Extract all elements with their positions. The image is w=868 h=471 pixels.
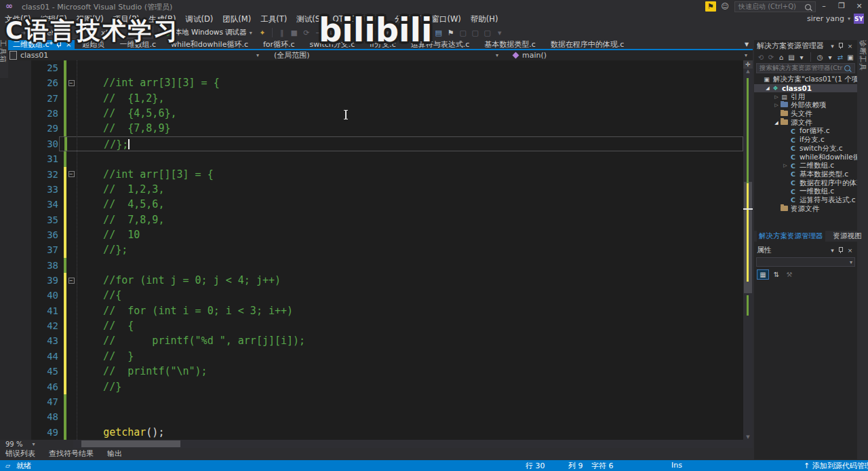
restore-button[interactable]: ❐ bbox=[834, 0, 849, 12]
panel-tab[interactable]: 输出 bbox=[107, 449, 122, 459]
code-line[interactable]: 45 // printf("\n"); bbox=[0, 364, 743, 379]
collapse-icon[interactable]: − bbox=[68, 171, 75, 177]
tree-item[interactable]: ◢❖class01 bbox=[754, 84, 857, 93]
tree-item[interactable]: ◢源文件 bbox=[754, 118, 857, 127]
code-line[interactable]: 35 // 7,8,9, bbox=[0, 212, 743, 227]
status-line[interactable]: 行 30 bbox=[526, 461, 545, 471]
bookmark-icon[interactable]: ⚑ bbox=[445, 29, 457, 37]
panel-tab[interactable]: 错误列表 bbox=[5, 449, 35, 459]
code-line[interactable]: 41 // for (int i = 0; i < 3; i++) bbox=[0, 303, 743, 318]
show-all-files-icon[interactable]: ▤ bbox=[787, 54, 796, 61]
scope-dropdown[interactable]: (全局范围) ▾ bbox=[264, 50, 504, 60]
code-editor[interactable]: 2526− //int arr[3][3] = {27 // {1,2},28 … bbox=[0, 60, 753, 440]
categorized-icon[interactable]: ▦ bbox=[757, 269, 769, 280]
account-area[interactable]: sirer yang ▾ SY bbox=[807, 14, 864, 24]
files-dropdown-icon[interactable]: ▾ bbox=[797, 54, 806, 61]
code-line[interactable]: 37 //}; bbox=[0, 242, 743, 257]
minimize-button[interactable]: – bbox=[816, 0, 831, 12]
stop-debug-icon[interactable]: ■ bbox=[288, 29, 300, 37]
code-line[interactable]: 29 // {7,8,9} bbox=[0, 121, 743, 136]
status-character[interactable]: 字符 6 bbox=[591, 461, 614, 471]
explorer-forward-icon[interactable]: ⟳ bbox=[766, 54, 776, 61]
menu-item[interactable]: 团队(M) bbox=[218, 14, 256, 24]
menu-item[interactable]: 窗口(W) bbox=[427, 14, 465, 24]
property-pages-icon[interactable]: ⚒ bbox=[784, 270, 795, 279]
code-line[interactable]: 31 bbox=[0, 151, 743, 166]
status-insert-mode[interactable]: Ins bbox=[671, 461, 682, 470]
explorer-back-icon[interactable]: ⟲ bbox=[756, 54, 766, 61]
user-name[interactable]: sirer yang bbox=[807, 14, 844, 23]
code-line[interactable]: 49 getchar(); bbox=[0, 425, 743, 440]
tree-item[interactable]: 资源文件 bbox=[754, 204, 857, 213]
diagnostics-side-tab[interactable]: 诊断工具 bbox=[859, 39, 868, 82]
properties-object-combo[interactable]: ▾ bbox=[756, 257, 855, 267]
split-window-handle[interactable]: ✛ bbox=[743, 60, 753, 69]
vertical-scrollbar[interactable]: ✛ ▲ ▼ bbox=[743, 60, 753, 440]
code-line[interactable]: 39− //for (int j = 0; j < 4; j++) bbox=[0, 273, 743, 288]
menu-item[interactable]: 调试(D) bbox=[180, 14, 218, 24]
zoom-control[interactable]: 99 % ▾ bbox=[0, 440, 73, 448]
expander-closed-icon[interactable]: ▷ bbox=[773, 102, 780, 108]
add-to-source-control-button[interactable]: ↑ 添加到源代码管理 ▴ bbox=[804, 461, 868, 471]
explorer-search-input[interactable]: 搜索解决方案资源管理器(Ctrl+;) bbox=[756, 63, 855, 73]
prev-bookmark-icon[interactable]: ▢ bbox=[457, 29, 469, 37]
attach-process-icon[interactable]: ✦ bbox=[256, 29, 269, 37]
code-line[interactable]: 25 bbox=[0, 60, 743, 75]
tree-item[interactable]: ▷C二维数组.c bbox=[754, 162, 857, 170]
restart-icon[interactable]: ⟳ bbox=[300, 29, 313, 37]
expander-open-icon[interactable]: ◢ bbox=[764, 86, 771, 91]
tree-item[interactable]: C基本数据类型.c bbox=[754, 170, 857, 179]
pin-icon[interactable] bbox=[837, 42, 846, 50]
code-line[interactable]: 48 bbox=[0, 409, 743, 424]
code-line[interactable]: 44 // } bbox=[0, 349, 743, 364]
tree-item[interactable]: Cswitch分支.c bbox=[754, 145, 857, 153]
home-icon[interactable]: ⌂ bbox=[776, 54, 786, 61]
horizontal-scrollbar[interactable] bbox=[73, 440, 753, 448]
tree-item[interactable]: 头文件 bbox=[754, 110, 857, 119]
code-line[interactable]: 38 bbox=[0, 258, 743, 273]
code-line[interactable]: 36 // 10 bbox=[0, 227, 743, 242]
tree-item[interactable]: Cfor循环.c bbox=[754, 127, 857, 136]
preview-selected-icon[interactable]: ▣ bbox=[846, 54, 855, 61]
code-line[interactable]: 46 //} bbox=[0, 379, 743, 394]
pending-dropdown-icon[interactable]: ▾ bbox=[825, 54, 835, 61]
code-line[interactable]: 28 // {4,5,6}, bbox=[0, 106, 743, 121]
code-line[interactable]: 27 // {1,2}, bbox=[0, 91, 743, 106]
tree-item[interactable]: ▷外部依赖项 bbox=[754, 101, 857, 110]
code-line[interactable]: 33 // 1,2,3, bbox=[0, 182, 743, 197]
alphabetical-icon[interactable]: ⇅ bbox=[771, 270, 782, 279]
status-column[interactable]: 列 9 bbox=[568, 461, 583, 471]
project-dropdown[interactable]: class01 ▾ bbox=[0, 50, 264, 60]
tool-window-tab[interactable]: 资源视图 bbox=[833, 231, 862, 241]
tool-window-tab[interactable]: 解决方案资源管理器 bbox=[757, 231, 825, 242]
pin-icon[interactable] bbox=[837, 246, 846, 254]
panel-tab[interactable]: 查找符号结果 bbox=[49, 449, 94, 459]
document-tab[interactable]: for循环.c bbox=[256, 40, 302, 49]
menu-item[interactable]: 工具(T) bbox=[256, 14, 292, 24]
notifications-icon[interactable]: ⚑ bbox=[705, 1, 716, 12]
tree-item[interactable]: Cif分支.c bbox=[754, 136, 857, 145]
code-line[interactable]: 30 //}; bbox=[0, 136, 743, 151]
avatar[interactable]: SY bbox=[854, 14, 864, 24]
chevron-down-icon[interactable]: ▾ bbox=[828, 43, 837, 50]
code-line[interactable]: 47 bbox=[0, 394, 743, 409]
scroll-down-icon[interactable]: ▼ bbox=[743, 434, 753, 440]
document-tab[interactable]: 数据在程序中的体现.c bbox=[543, 40, 632, 49]
tree-item[interactable]: C运算符与表达式.c bbox=[754, 196, 857, 205]
tree-item[interactable]: ▣解决方案"class01"(1 个项目) bbox=[754, 75, 857, 84]
code-line[interactable]: 34 // 4,5,6, bbox=[0, 197, 743, 212]
sync-active-document-icon[interactable]: ⇄ bbox=[835, 54, 845, 61]
tree-item[interactable]: C数据在程序中的体现.c bbox=[754, 178, 857, 187]
pending-changes-icon[interactable]: ◷ bbox=[815, 54, 825, 61]
close-icon[interactable]: × bbox=[846, 247, 854, 254]
scrollbar-thumb[interactable] bbox=[81, 440, 180, 447]
expander-open-icon[interactable]: ◢ bbox=[773, 120, 780, 126]
code-line[interactable]: 43 // printf("%d ", arr[j][i]); bbox=[0, 333, 743, 348]
code-line[interactable]: 40 //{ bbox=[0, 288, 743, 303]
toolbar-options-icon[interactable]: ▾ bbox=[494, 29, 506, 37]
tree-item[interactable]: Cwhile和dowhile循环.c bbox=[754, 153, 857, 162]
code-line[interactable]: 32− //int arr[][3] = { bbox=[0, 167, 743, 182]
collapse-icon[interactable]: − bbox=[68, 278, 75, 284]
feedback-icon[interactable]: ☺ bbox=[719, 1, 730, 12]
close-icon[interactable]: × bbox=[846, 43, 854, 50]
